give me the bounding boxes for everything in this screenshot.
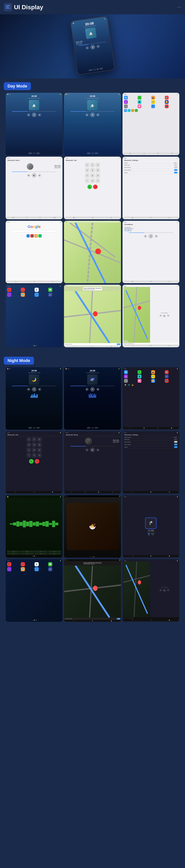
d2-next[interactable]: ⏭ [96,113,100,117]
ndial-star[interactable]: * [27,453,31,458]
nm1-prev[interactable]: ⏮ [27,388,30,391]
dial-3[interactable]: 3 [96,163,100,167]
google-search-bar[interactable] [12,230,56,232]
ncp-messages[interactable]: 💬 [48,562,52,566]
gs-3[interactable]: 🗞️ [34,234,38,238]
si-2[interactable]: 🎵 [138,96,141,99]
nav-go-btn[interactable]: GO [117,343,120,345]
cp-phone[interactable]: 📞 [7,288,11,292]
si-7[interactable]: 🗺️ [151,100,155,104]
si-15[interactable]: 📻 [131,109,134,112]
ndial-7[interactable]: 7 [27,448,31,452]
gs-4[interactable]: 🌐 [38,234,42,238]
nsi-14[interactable]: 🌐 [128,383,131,386]
si-6[interactable]: 📱 [138,100,141,104]
nnp-next[interactable]: ⏭ [167,589,169,591]
nm1-next[interactable]: ⏭ [38,388,41,391]
ndial-hash[interactable]: # [37,453,42,458]
ngb-1[interactable]: EQ [7,551,20,552]
nsi-11[interactable]: 📶 [151,379,155,383]
night-bt-prev[interactable]: ⏮ [85,448,89,452]
ndial-5[interactable]: 5 [32,442,36,447]
d2-prev[interactable]: ⏮ [85,113,89,117]
dial-2[interactable]: 2 [90,163,95,167]
gs-1[interactable]: ▶ [26,234,30,238]
nsi-5[interactable]: 🔒 [124,375,128,378]
night-power-toggle[interactable] [174,446,178,448]
nsi-4[interactable]: ⚙️ [165,370,168,374]
d2-play[interactable]: ⏸ [90,113,95,117]
cp-messages[interactable]: 💬 [48,288,52,292]
social-play[interactable]: ⏸ [149,234,153,239]
ncp-spotify[interactable]: 🎶 [34,567,39,571]
dial-8[interactable]: 8 [90,173,95,178]
nm2-prev[interactable]: ⏮ [85,388,89,391]
night-bt-play[interactable]: ▶ [90,447,95,452]
ngb-5[interactable]: VOL [7,553,20,555]
dial-5[interactable]: 5 [90,168,95,173]
auto-connect-toggle[interactable] [174,169,178,171]
ncp-phone[interactable]: 📞 [7,562,11,566]
ngb-4[interactable]: EQ+ [48,551,61,552]
nsi-3[interactable]: 📷 [151,370,155,374]
night-auto-answer-toggle[interactable] [174,441,178,443]
ngb-2[interactable]: BAL [21,551,34,552]
dial-1[interactable]: 1 [85,163,89,167]
nsi-1[interactable]: 📡 [124,370,128,374]
nm2-play[interactable]: ⏸ [90,387,95,392]
dial-star[interactable]: * [85,179,89,183]
si-3[interactable]: 📷 [151,96,155,99]
play-btn[interactable]: ⏸ [90,44,95,50]
call-accept[interactable]: 📞 [87,185,92,189]
night-bt-next[interactable]: ⏭ [96,448,100,452]
nsi-8[interactable]: BT [165,375,168,378]
social-prev[interactable]: ⏮ [144,235,147,238]
cp-music[interactable]: 🎵 [21,288,25,292]
d1-play[interactable]: ⏸ [32,113,36,117]
nnp-prev[interactable]: ⏮ [159,589,162,591]
ncp-podcast[interactable]: 🎙️ [34,562,39,566]
power-toggle[interactable] [174,172,178,174]
ngb-3[interactable]: FD [34,551,48,552]
si-14[interactable]: 🌐 [128,109,131,112]
ndial-6[interactable]: 6 [37,442,42,447]
nsi-6[interactable]: 📱 [138,375,141,378]
ncp-maps[interactable]: 🗺️ [21,567,25,571]
np-prev[interactable]: ⏮ [159,314,162,317]
ngb-7[interactable]: BAS [34,553,48,555]
ngb-6[interactable]: TRE [21,553,34,555]
bt-play[interactable]: ▶ [32,173,36,178]
dial-9[interactable]: 9 [96,173,100,178]
si-12[interactable]: 📺 [165,104,168,108]
d1-next[interactable]: ⏭ [38,113,41,117]
prev-btn[interactable]: ⏮ [85,46,89,50]
menu-dots-icon[interactable]: ⋯ [177,5,181,10]
si-10[interactable]: 💬 [138,104,141,108]
cp-siri[interactable]: 🔊 [48,292,52,297]
nsi-12[interactable]: 📺 [165,379,168,383]
call-decline[interactable]: 📵 [93,185,98,189]
nm1-play[interactable]: ⏸ [32,387,36,392]
ndial-2[interactable]: 2 [32,437,36,442]
si-5[interactable]: 🔒 [124,100,128,104]
dial-0[interactable]: 0 [90,179,95,183]
cp-maps[interactable]: 🗺️ [21,292,25,297]
auto-answer-toggle[interactable] [174,166,178,168]
night-auto-connect-toggle[interactable] [174,444,178,445]
ncall-decline[interactable]: 📵 [35,459,39,464]
ndial-9[interactable]: 9 [37,448,42,452]
si-13[interactable]: 📡 [124,109,127,112]
ndial-0[interactable]: 0 [32,453,36,458]
nsi-2[interactable]: 🎵 [138,370,141,374]
nsi-13[interactable]: 📡 [124,383,127,386]
social-next[interactable]: ⏭ [155,235,158,238]
cp-podcast2[interactable]: 🎧 [7,292,11,297]
nsi-10[interactable]: 💬 [138,379,141,383]
bt-prev[interactable]: ⏮ [27,174,30,177]
si-1[interactable]: 📡 [124,96,128,99]
cp-podcast[interactable]: 🎙️ [34,288,39,292]
ncp-siri[interactable]: 🔊 [48,567,52,571]
ndial-1[interactable]: 1 [27,437,31,442]
si-16[interactable]: 🎮 [135,109,138,112]
si-8[interactable]: 📶 [165,100,168,104]
